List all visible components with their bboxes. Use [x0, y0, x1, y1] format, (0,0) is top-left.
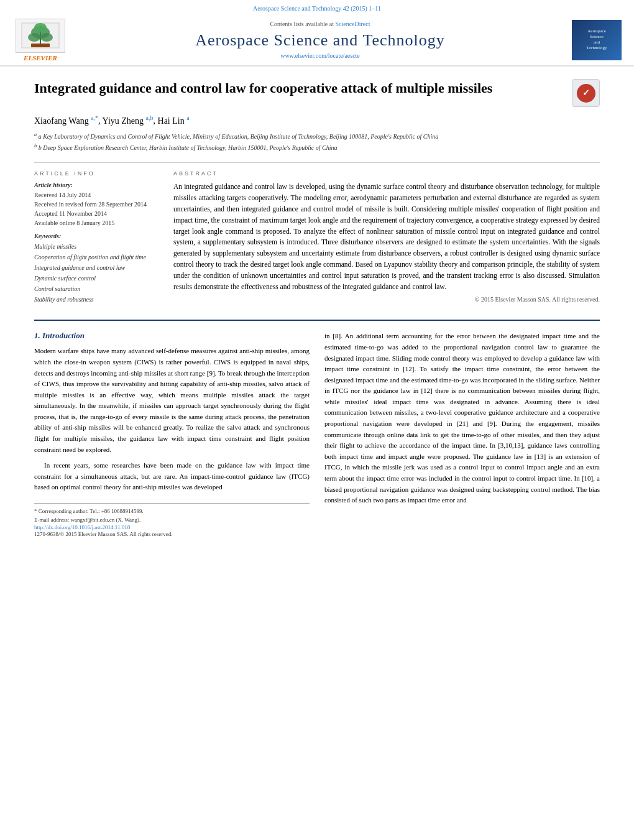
article-info-col: ARTICLE INFO Article history: Received 1… — [34, 170, 158, 310]
keyword-3: Integrated guidance and control law — [34, 262, 158, 273]
affiliation-b: b b Deep Space Exploration Research Cent… — [34, 142, 600, 152]
intro-para-2: In recent years, some researches have be… — [34, 460, 310, 493]
keywords-label: Keywords: — [34, 233, 158, 239]
body-col-left: 1. Introduction Modern warfare ships hav… — [34, 331, 310, 538]
accepted-date: Accepted 11 November 2014 — [34, 209, 158, 218]
section-1-heading: 1. Introduction — [34, 331, 310, 341]
journal-citation: Aerospace Science and Technology 42 (201… — [253, 5, 381, 12]
keyword-1: Multiple missiles — [34, 241, 158, 252]
crossmark-badge[interactable]: ✓ — [572, 79, 600, 107]
received-date: Received 14 July 2014 — [34, 190, 158, 200]
keyword-6: Stability and robustness — [34, 294, 158, 305]
footnote-issn: 1270-9638/© 2015 Elsevier Masson SAS. Al… — [34, 530, 310, 539]
abstract-col: ABSTRACT An integrated guidance and cont… — [173, 170, 600, 310]
header-content: ELSEVIER Contents lists available at Sci… — [12, 14, 622, 65]
keyword-4: Dynamic surface control — [34, 273, 158, 284]
elsevier-logo-image — [16, 19, 65, 53]
intro-para-right: in [8]. An additional term accounting fo… — [324, 331, 600, 506]
available-text: Contents lists available at ScienceDirec… — [81, 21, 559, 27]
footnote-doi[interactable]: http://dx.doi.org/10.1016/j.ast.2014.11.… — [34, 524, 310, 530]
authors: Xiaofang Wang a,*, Yiyu Zheng a,b, Hai L… — [34, 114, 600, 126]
keywords-section: Keywords: Multiple missiles Cooperation … — [34, 233, 158, 305]
revised-date: Received in revised form 28 September 20… — [34, 200, 158, 209]
svg-rect-6 — [31, 44, 50, 47]
intro-para-1: Modern warfare ships have many advanced … — [34, 346, 310, 455]
abstract-label: ABSTRACT — [173, 170, 600, 177]
journal-header: Aerospace Science and Technology 42 (201… — [0, 0, 634, 67]
svg-point-4 — [40, 33, 53, 42]
page: Aerospace Science and Technology 42 (201… — [0, 0, 634, 840]
footnote-email: E-mail address: wangxf@bit.edu.cn (X. Wa… — [34, 516, 310, 525]
article-info-abstract: ARTICLE INFO Article history: Received 1… — [34, 170, 600, 310]
keywords-list: Multiple missiles Cooperation of flight … — [34, 241, 158, 305]
body-content: 1. Introduction Modern warfare ships hav… — [34, 331, 600, 538]
journal-top-bar: Aerospace Science and Technology 42 (201… — [12, 5, 622, 12]
elsevier-logo: ELSEVIER — [12, 19, 68, 62]
journal-name: Aerospace Science and Technology — [81, 31, 559, 50]
footnote-corresponding: * Corresponding author. Tel.: +86 106889… — [34, 507, 310, 516]
footnotes: * Corresponding author. Tel.: +86 106889… — [34, 503, 310, 539]
article-history: Article history: Received 14 July 2014 R… — [34, 182, 158, 228]
abstract-text: An integrated guidance and control law i… — [173, 182, 600, 292]
article-title-section: Integrated guidance and control law for … — [34, 79, 600, 107]
journal-website[interactable]: www.elsevier.com/locate/aescte — [81, 52, 559, 59]
journal-logo-right: Aerospace Science and Technology — [572, 20, 622, 60]
svg-point-3 — [28, 33, 40, 42]
separator-thick — [34, 320, 600, 321]
crossmark-icon: ✓ — [577, 84, 595, 103]
elsevier-label: ELSEVIER — [24, 54, 57, 62]
keyword-5: Control saturation — [34, 284, 158, 294]
abstract-copyright: © 2015 Elsevier Masson SAS. All rights r… — [173, 296, 600, 303]
article-info-label: ARTICLE INFO — [34, 170, 158, 177]
affiliation-a: a a Key Laboratory of Dynamics and Contr… — [34, 131, 600, 141]
svg-point-5 — [34, 23, 47, 32]
journal-title-center: Contents lists available at ScienceDirec… — [68, 14, 572, 65]
keyword-2: Cooperation of flight position and fligh… — [34, 252, 158, 262]
sciencedirect-link[interactable]: ScienceDirect — [335, 21, 370, 27]
separator-1 — [34, 162, 600, 163]
article-title: Integrated guidance and control law for … — [34, 79, 572, 98]
available-date: Available online 8 January 2015 — [34, 218, 158, 228]
affiliations: a a Key Laboratory of Dynamics and Contr… — [34, 131, 600, 153]
main-content: Integrated guidance and control law for … — [0, 67, 634, 552]
body-col-right: in [8]. An additional term accounting fo… — [324, 331, 600, 538]
history-label: Article history: — [34, 182, 158, 188]
